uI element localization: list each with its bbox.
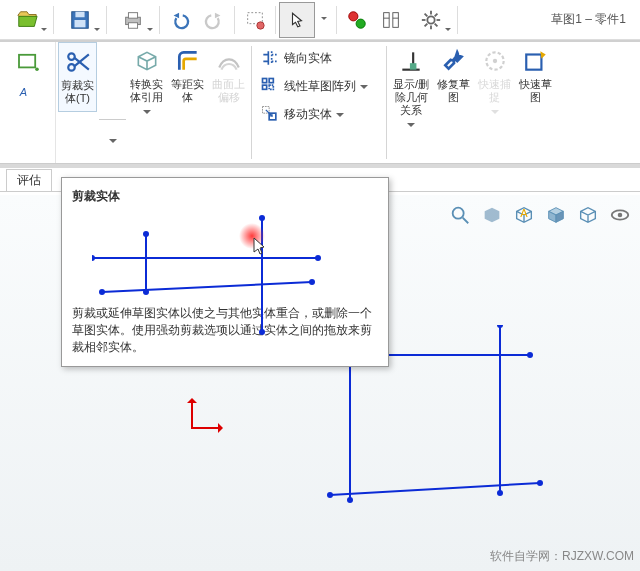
rapid-sketch-icon [520, 44, 552, 78]
ribbon-left-column: A [0, 42, 56, 163]
svg-point-53 [527, 352, 533, 358]
options-button[interactable] [375, 4, 407, 36]
relations-icon [395, 44, 427, 78]
svg-rect-11 [393, 12, 399, 27]
dropdown-arrow-icon [41, 28, 47, 34]
separator [336, 6, 337, 34]
cube-icon [131, 44, 163, 78]
svg-point-66 [99, 289, 105, 295]
svg-line-20 [435, 23, 438, 26]
tab-evaluate[interactable]: 评估 [6, 169, 52, 191]
svg-rect-10 [384, 12, 390, 27]
quick-snaps-button[interactable]: 快速捕 捉 [474, 42, 515, 163]
rebuild-button[interactable] [341, 4, 373, 36]
selection-filter-button[interactable] [239, 4, 271, 36]
svg-point-58 [497, 325, 503, 328]
svg-rect-30 [263, 79, 267, 83]
svg-line-19 [425, 13, 428, 16]
trim-entities-label: 剪裁实 体(T) [61, 79, 94, 105]
dropdown-arrow-icon [336, 113, 344, 121]
svg-point-67 [309, 279, 315, 285]
svg-rect-4 [128, 12, 137, 18]
svg-point-57 [347, 497, 353, 503]
zoom-fit-button[interactable] [446, 201, 474, 229]
svg-rect-31 [269, 79, 273, 83]
view-orientation-button[interactable]: A [510, 201, 538, 229]
svg-text:A: A [18, 86, 26, 98]
rapid-sketch-label: 快速草 图 [519, 78, 552, 104]
offset-on-surface-button[interactable]: 曲面上 偏移 [208, 42, 249, 163]
svg-point-54 [327, 492, 333, 498]
svg-point-9 [356, 19, 365, 28]
tooltip-title: 剪裁实体 [72, 188, 378, 205]
svg-rect-39 [410, 63, 417, 69]
move-label: 移动实体 [284, 106, 332, 123]
linear-pattern-button[interactable]: 线性草图阵列 [258, 72, 380, 100]
svg-rect-2 [75, 20, 86, 27]
svg-line-22 [435, 13, 438, 16]
svg-point-43 [453, 208, 464, 219]
ribbon: A 剪裁实 体(T) 转换实 体引用 等距实 体 曲面上 偏移 镜向实体 线性草… [0, 42, 640, 164]
move-entities-button[interactable]: 移动实体 [258, 100, 380, 128]
separator [275, 6, 276, 34]
corner-rect-button[interactable] [17, 48, 39, 76]
text-button[interactable]: A [17, 76, 39, 104]
svg-text:A: A [520, 207, 528, 219]
offset-entities-button[interactable]: 等距实 体 [167, 42, 208, 163]
svg-rect-23 [19, 55, 35, 68]
print-button[interactable] [111, 4, 155, 36]
linear-pattern-label: 线性草图阵列 [284, 78, 356, 95]
offset-entities-label: 等距实 体 [171, 78, 204, 104]
ribbon-separator [386, 46, 387, 159]
display-delete-relations-button[interactable]: 显示/删 除几何 关系 [389, 42, 433, 163]
rapid-sketch-button[interactable]: 快速草 图 [515, 42, 556, 163]
svg-line-21 [425, 23, 428, 26]
dropdown-arrow-icon [360, 85, 368, 93]
svg-point-24 [35, 67, 39, 71]
svg-line-49 [330, 483, 540, 495]
repair-sketch-button[interactable]: 修复草 图 [433, 42, 474, 163]
redo-button[interactable] [198, 4, 230, 36]
trim-entities-button[interactable]: 剪裁实 体(T) [58, 42, 97, 112]
svg-point-7 [257, 21, 264, 28]
separator [457, 6, 458, 34]
undo-button[interactable] [164, 4, 196, 36]
save-button[interactable] [58, 4, 102, 36]
svg-point-8 [349, 11, 358, 20]
tooltip-sketch [92, 212, 352, 352]
svg-line-61 [102, 282, 312, 292]
dropdown-arrow-icon [321, 17, 327, 23]
mirror-entities-button[interactable]: 镜向实体 [258, 44, 380, 72]
document-title: 草图1 – 零件1 [551, 11, 626, 28]
select-dropdown[interactable] [315, 17, 333, 23]
quick-snaps-label: 快速捕 捉 [478, 78, 511, 104]
svg-point-69 [143, 289, 149, 295]
scene-button[interactable] [574, 201, 602, 229]
svg-point-59 [497, 490, 503, 496]
svg-point-47 [618, 213, 623, 218]
trim-entities-dropdown[interactable] [99, 119, 126, 159]
watermark: 软件自学网：RJZXW.COM [490, 548, 634, 565]
svg-point-14 [427, 16, 434, 23]
dropdown-arrow-icon [147, 28, 153, 34]
view-toolbar: A [446, 201, 634, 229]
svg-rect-1 [75, 11, 84, 17]
dropdown-arrow-icon [143, 110, 151, 118]
display-delete-relations-label: 显示/删 除几何 关系 [393, 78, 429, 117]
visibility-button[interactable] [606, 201, 634, 229]
settings-button[interactable] [409, 4, 453, 36]
svg-point-27 [68, 64, 75, 71]
ribbon-separator [251, 46, 252, 159]
section-view-button[interactable] [478, 201, 506, 229]
convert-entities-button[interactable]: 转换实 体引用 [126, 42, 167, 163]
display-style-button[interactable] [542, 201, 570, 229]
svg-point-68 [143, 231, 149, 237]
scissors-icon [62, 45, 94, 79]
surface-offset-icon [213, 44, 245, 78]
dropdown-arrow-icon [491, 110, 499, 118]
trim-tooltip: 剪裁实体 剪裁或延伸草图实体以使之与其他实体重合，或删除一个草图实体。使用强劲剪… [61, 177, 389, 367]
open-button[interactable] [5, 4, 49, 36]
select-button[interactable] [279, 2, 315, 38]
svg-point-55 [537, 480, 543, 486]
svg-line-44 [463, 218, 469, 224]
